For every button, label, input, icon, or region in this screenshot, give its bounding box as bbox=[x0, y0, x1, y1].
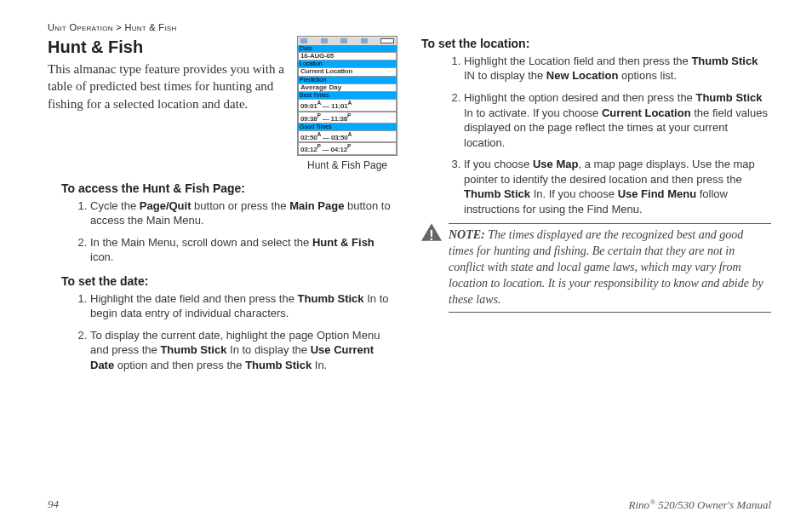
battery-icon bbox=[380, 38, 394, 43]
date-step-1: Highlight the date field and then press … bbox=[90, 291, 397, 321]
dev-date-label: Date bbox=[298, 45, 397, 52]
loc-step-2: Highlight the option desired and then pr… bbox=[464, 90, 771, 150]
device-screenshot: Date16-AUG-05 LocationCurrent Location P… bbox=[297, 36, 397, 156]
access-steps: Cycle the Page/Quit button or press the … bbox=[48, 198, 397, 265]
dev-best-row1: 09:01A — 11:01A bbox=[298, 99, 397, 111]
map-icon bbox=[340, 38, 347, 43]
page-number: 94 bbox=[48, 497, 59, 512]
location-steps: Highlight the Location field and then pr… bbox=[421, 54, 771, 216]
page-title: Hunt & Fish bbox=[48, 36, 287, 59]
breadcrumb: Unit Operation > Hunt & Fish bbox=[48, 22, 771, 32]
location-heading: To set the location: bbox=[421, 36, 771, 52]
date-step-2: To display the current date, highlight t… bbox=[90, 328, 397, 373]
dev-good-row2: 03:12P — 04:12P bbox=[298, 142, 397, 154]
doc-title: Rino® 520/530 Owner's Manual bbox=[629, 497, 771, 512]
note-label: NOTE: bbox=[449, 228, 485, 241]
dev-good-label: Good Times bbox=[298, 124, 397, 130]
warning-icon: ! bbox=[421, 223, 442, 244]
breadcrumb-b: Hunt & Fish bbox=[124, 22, 176, 32]
loc-step-1: Highlight the Location field and then pr… bbox=[464, 54, 771, 83]
dev-best-row2: 09:38P — 11:38P bbox=[298, 112, 397, 124]
date-heading: To set the date: bbox=[61, 273, 397, 290]
dev-pred-label: Prediction bbox=[298, 77, 397, 83]
intro-text: This almanac type feature provides you w… bbox=[48, 60, 287, 112]
dev-good-row1: 02:50A — 03:50A bbox=[298, 130, 397, 142]
device-status-bar bbox=[298, 37, 397, 45]
access-step-1: Cycle the Page/Quit button or press the … bbox=[90, 198, 397, 228]
card-icon bbox=[361, 38, 368, 43]
note-box: NOTE: The times displayed are the recogn… bbox=[449, 223, 771, 312]
dev-loc-label: Location bbox=[298, 60, 397, 67]
access-heading: To access the Hunt & Fish Page: bbox=[61, 181, 397, 197]
dev-date-value: 16-AUG-05 bbox=[298, 52, 397, 61]
access-step-2: In the Main Menu, scroll down and select… bbox=[90, 235, 397, 265]
dev-loc-value: Current Location bbox=[298, 67, 397, 77]
radio-icon bbox=[300, 38, 307, 43]
breadcrumb-a: Unit Operation bbox=[48, 22, 113, 32]
dev-pred-value: Average Day bbox=[298, 83, 397, 93]
device-figure: Date16-AUG-05 LocationCurrent Location P… bbox=[297, 36, 397, 172]
dev-best-label: Best Times bbox=[298, 92, 397, 99]
page-footer: 94 Rino® 520/530 Owner's Manual bbox=[48, 497, 771, 512]
date-steps: Highlight the date field and then press … bbox=[48, 291, 397, 373]
loc-step-3: If you choose Use Map, a map page displa… bbox=[464, 157, 771, 216]
left-column: Hunt & Fish This almanac type feature pr… bbox=[48, 36, 397, 494]
figure-caption: Hunt & Fish Page bbox=[297, 158, 397, 172]
note-body: The times displayed are the recognized b… bbox=[449, 228, 763, 306]
right-column: To set the location: Highlight the Locat… bbox=[421, 36, 771, 494]
gps-icon bbox=[321, 38, 328, 43]
